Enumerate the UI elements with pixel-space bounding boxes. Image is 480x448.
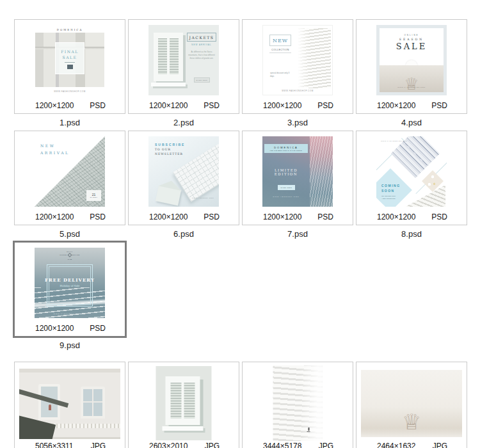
brand-text: DOMENICA [35, 28, 105, 31]
filename-label[interactable]: 5.psd [60, 230, 80, 239]
kicker-text: ONLINE [380, 34, 444, 36]
file-cell-8.psd[interactable]: WWW.FASHIONSHOP.COM COMINGSOON WE ARE PR… [356, 131, 467, 225]
thumbnail-preview: NEWARRIVAL 21MARCH [35, 136, 105, 207]
file-meta: 1200×1200 PSD [356, 212, 467, 221]
file-item: 3444×5178 JPG [242, 362, 353, 448]
shop-now-button: SHOP NOW [194, 77, 210, 83]
filename-label[interactable]: 6.psd [173, 230, 194, 239]
format-label: PSD [204, 101, 220, 110]
title-text: COMINGSOON [381, 184, 410, 193]
website-text: WWW.YOURURL.COM [192, 197, 214, 199]
file-cell-6.psd[interactable]: SUBSCRIBE TO OURNEWSLETTER WWW.YOURURL.C… [128, 131, 239, 225]
shop-now-button: SHOP NOW [278, 185, 295, 190]
website-text: WWW.FASHIONSHOP.COM [35, 313, 105, 315]
window-photo [156, 366, 212, 440]
format-label: JPG [91, 442, 106, 448]
title-text: FREE DELIVERY [35, 277, 105, 283]
file-meta: 2464×1632 JPG [356, 442, 467, 448]
website-text: WWW.YOURURL.COM [264, 196, 308, 198]
file-meta: 2603×2010 JPG [129, 442, 239, 448]
sale-text: SALE [35, 259, 105, 260]
brand-text: DOMENICA [274, 146, 298, 149]
file-item: SUBSCRIBE TO OURNEWSLETTER WWW.YOURURL.C… [128, 131, 239, 239]
file-cell-7.psd[interactable]: DOMENICA FOR THE BEST WOMAN IN THE WORLD… [242, 131, 353, 225]
title-text: NEW [269, 35, 291, 46]
filename-label[interactable]: 3.psd [287, 118, 308, 127]
subtitle-text: NEW ARRIVAL [187, 44, 216, 46]
file-cell-jpg-1[interactable]: 5056×3311 JPG [14, 362, 125, 448]
file-meta: 1200×1200 PSD [15, 101, 125, 110]
dimensions-label: 1200×1200 [149, 101, 188, 110]
dimensions-label: 1200×1200 [263, 101, 301, 110]
gallery-row-1: DOMENICA FINAL SALE WWW.FASHIONSHOP.COM … [14, 19, 467, 127]
file-meta: 5056×3311 JPG [15, 442, 125, 448]
file-cell-jpg-3[interactable]: 3444×5178 JPG [242, 362, 353, 448]
format-label: PSD [204, 212, 220, 221]
website-text: WWW.FASHIONSHOP.COM [35, 90, 105, 93]
file-cell-9.psd[interactable]: 2017 STOREONLINE SALE FREE DELIVERY Holi… [13, 241, 127, 338]
thumbnail-preview: JACKETS NEW ARRIVAL As different as the … [148, 25, 219, 95]
filename-label[interactable]: 8.psd [401, 230, 422, 239]
file-cell-4.psd[interactable]: ONLINE SEASON SALE 40% ♕ WWW.FASHIONSHOP… [356, 19, 467, 114]
filename-label[interactable]: 1.psd [60, 118, 80, 127]
file-cell-5.psd[interactable]: NEWARRIVAL 21MARCH 1200×1200 PSD [14, 131, 125, 225]
website-text: WWW.FASHIONSHOP.COM [380, 86, 444, 88]
crown-photo: ♕ [361, 370, 462, 437]
sale-text: SALE [380, 42, 444, 51]
format-label: PSD [90, 212, 106, 221]
sale-card: ONLINE SEASON SALE 40% ♕ WWW.FASHIONSHOP… [380, 28, 444, 92]
file-cell-2.psd[interactable]: JACKETS NEW ARRIVAL As different as the … [128, 19, 239, 114]
format-label: PSD [317, 212, 333, 221]
file-item: WWW.FASHIONSHOP.COM COMINGSOON WE ARE PR… [356, 131, 467, 239]
window-photo [154, 33, 183, 81]
tagline-text: WE ARE PREPARINGA NEW COLLECTION [381, 195, 410, 200]
website-text: WWW.FASHIONSHOP.COM [381, 140, 407, 142]
filename-label[interactable]: 7.psd [287, 230, 308, 239]
title-text: SUBSCRIBE [155, 143, 185, 147]
file-item: DOMENICA FOR THE BEST WOMAN IN THE WORLD… [242, 131, 353, 239]
title-text: FINAL SALE [60, 49, 79, 61]
building-photo [298, 28, 331, 88]
thumbnail-preview: DOMENICA FOR THE BEST WOMAN IN THE WORLD… [262, 136, 333, 207]
file-meta: 1200×1200 PSD [15, 324, 125, 333]
tagline-text: FOR THE BEST WOMAN IN THE WORLD [270, 150, 302, 151]
dimensions-label: 1200×1200 [263, 212, 301, 221]
filename-label[interactable]: 4.psd [401, 118, 422, 127]
file-meta: 1200×1200 PSD [243, 101, 353, 110]
dimensions-label: 2603×2010 [149, 442, 188, 448]
sale-card: FINAL SALE [55, 42, 84, 74]
envelope-photo [156, 186, 181, 206]
subtitle-text: COLLECTION [269, 49, 291, 53]
subtitle-text: Holiday of Sale [35, 284, 105, 287]
frost-photo [310, 136, 333, 207]
file-item: 5056×3311 JPG [14, 362, 125, 448]
gallery-row-2: NEWARRIVAL 21MARCH 1200×1200 PSD 5.psd S… [14, 131, 467, 239]
file-item: JACKETS NEW ARRIVAL As different as the … [128, 19, 239, 127]
brand-banner: DOMENICA FOR THE BEST WOMAN IN THE WORLD [264, 144, 308, 153]
gallery-row-4: 5056×3311 JPG 2603×2010 JPG 3444×5178 JP… [14, 362, 467, 448]
file-item: ♕ 2464×1632 JPG [356, 362, 467, 448]
thumbnail-preview: WWW.FASHIONSHOP.COM COMINGSOON WE ARE PR… [376, 136, 447, 207]
format-label: JPG [205, 442, 220, 448]
file-cell-jpg-2[interactable]: 2603×2010 JPG [128, 362, 239, 448]
file-meta: 1200×1200 PSD [356, 101, 467, 110]
website-text: WWW.FASHIONSHOP.COM [263, 90, 332, 92]
dimensions-label: 1200×1200 [377, 212, 415, 221]
date-badge: 21MARCH [86, 190, 101, 201]
title-text: JACKETS [187, 33, 216, 42]
file-meta: 1200×1200 PSD [15, 212, 125, 221]
filename-label[interactable]: 2.psd [173, 118, 194, 127]
file-cell-1.psd[interactable]: DOMENICA FINAL SALE WWW.FASHIONSHOP.COM … [14, 19, 125, 114]
dimensions-label: 1200×1200 [377, 101, 415, 110]
file-item: DOMENICA FINAL SALE WWW.FASHIONSHOP.COM … [14, 19, 125, 127]
dimensions-label: 3444×5178 [263, 442, 301, 448]
title-text: LIMITED EDITION [264, 168, 308, 176]
file-item: 2017 STOREONLINE SALE FREE DELIVERY Holi… [14, 242, 125, 350]
filename-label[interactable]: 9.psd [60, 341, 80, 350]
crown-icon: ♕ [404, 76, 419, 92]
dimensions-label: 1200×1200 [35, 324, 74, 333]
format-label: JPG [433, 442, 447, 448]
file-cell-jpg-4[interactable]: ♕ 2464×1632 JPG [356, 362, 467, 448]
file-cell-3.psd[interactable]: NEW COLLECTION special discount only 3 d… [242, 19, 353, 114]
file-item: 2603×2010 JPG [128, 362, 239, 448]
